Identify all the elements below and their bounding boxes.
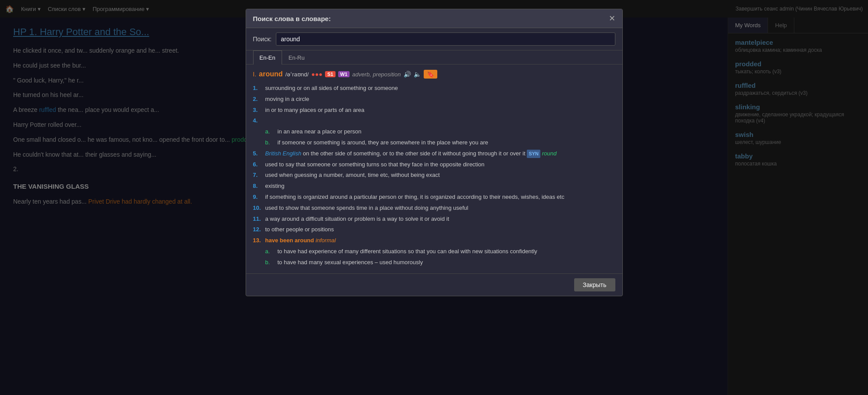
search-input[interactable] [276,32,615,46]
modal-header: Поиск слова в словаре: ✕ [246,9,622,28]
def-item-12: 12. to other people or positions [253,224,615,235]
search-label: Поиск: [253,36,272,43]
def-item-13b: b. to have had many sexual experiences –… [253,257,615,268]
word-entry-header: I. around /əˈraʊnd/ ●●● S1 W1 adverb, pr… [253,70,615,79]
def-item-11: 11. a way around a difficult situation o… [253,214,615,225]
def-item-1: 1. surrounding or on all sides of someth… [253,83,615,94]
entry-frequency-dots: ●●● [311,71,322,78]
modal-close-button[interactable]: ✕ [609,14,615,22]
modal-overlay: Поиск слова в словаре: ✕ Поиск: En-En En… [0,0,868,395]
def-item-5: 5. British English on the other side of … [253,148,615,159]
def-item-6: 6. used to say that someone or something… [253,159,615,170]
def-item-4: 4. [253,115,615,126]
def-item-4a: a. in an area near a place or person [253,126,615,137]
badge-s1: S1 [325,71,335,77]
entry-word: around [259,70,282,78]
dictionary-modal: Поиск слова в словаре: ✕ Поиск: En-En En… [246,9,623,296]
def-item-7: 7. used when guessing a number, amount, … [253,170,615,181]
definition-list: 1. surrounding or on all sides of someth… [253,83,615,268]
modal-body: I. around /əˈraʊnd/ ●●● S1 W1 adverb, pr… [246,65,622,273]
modal-search-row: Поиск: [246,28,622,50]
tab-en-ru[interactable]: En-Ru [282,50,311,65]
modal-title: Поиск слова в словаре: [253,15,331,22]
def-item-2: 2. moving in a circle [253,94,615,105]
def-item-13a: a. to have had experience of many differ… [253,246,615,257]
entry-pos: adverb, preposition [352,71,401,78]
def-item-3: 3. in or to many places or parts of an a… [253,105,615,116]
sound-icon-2[interactable]: 🔈 [414,71,421,78]
modal-tab-bar: En-En En-Ru [246,50,622,65]
tab-en-en[interactable]: En-En [253,50,282,65]
close-button[interactable]: Закрыть [574,278,615,291]
bookmark-button[interactable]: 🔖 [424,70,437,79]
sound-icon[interactable]: 🔊 [404,71,411,78]
badge-w1: W1 [338,71,350,77]
def-item-9: 9. if something is organized around a pa… [253,192,615,203]
entry-phonetic: /əˈraʊnd/ [286,71,309,78]
def-item-8: 8. existing [253,181,615,192]
modal-footer: Закрыть [246,273,622,296]
def-item-4b: b. if someone or something is around, th… [253,137,615,148]
def-item-13: 13. have been around informal [253,235,615,246]
def-item-10: 10. used to show that someone spends tim… [253,203,615,214]
entry-number: I. [253,71,257,78]
